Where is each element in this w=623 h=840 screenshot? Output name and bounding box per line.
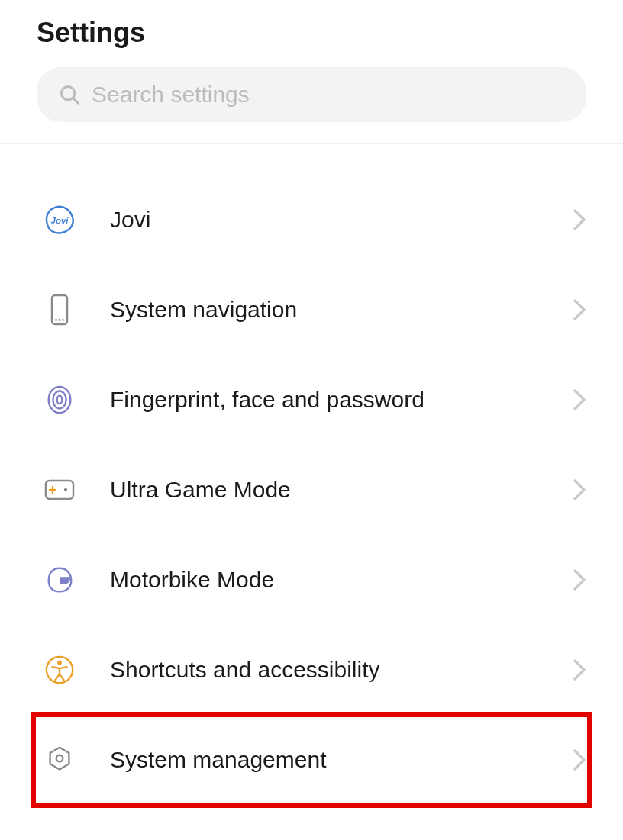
- settings-item-accessibility[interactable]: Shortcuts and accessibility: [0, 625, 623, 715]
- accessibility-icon: [43, 653, 76, 687]
- settings-item-label: Fingerprint, face and password: [110, 387, 573, 413]
- settings-item-motorbike-mode[interactable]: Motorbike Mode: [0, 535, 623, 625]
- page-title: Settings: [37, 17, 586, 49]
- chevron-right-icon: [573, 298, 586, 321]
- search-input[interactable]: Search settings: [37, 67, 586, 122]
- chevron-right-icon: [573, 568, 586, 591]
- settings-item-label: Ultra Game Mode: [110, 477, 573, 503]
- settings-list: Jovi Jovi System navigation: [0, 144, 623, 805]
- phone-icon: [43, 293, 76, 327]
- settings-item-label: System navigation: [110, 297, 573, 323]
- settings-item-jovi[interactable]: Jovi Jovi: [0, 175, 623, 265]
- svg-point-9: [57, 396, 63, 404]
- settings-item-label: Motorbike Mode: [110, 567, 573, 593]
- svg-point-13: [57, 661, 62, 665]
- settings-item-label: Jovi: [110, 207, 573, 233]
- header: Settings: [0, 0, 623, 67]
- gamepad-icon: [43, 473, 76, 507]
- gear-hex-icon: [43, 743, 76, 777]
- settings-item-system-management[interactable]: System management: [0, 715, 623, 805]
- chevron-right-icon: [573, 658, 586, 681]
- search-placeholder: Search settings: [92, 82, 250, 108]
- settings-item-label: Shortcuts and accessibility: [110, 657, 573, 683]
- svg-text:Jovi: Jovi: [51, 216, 69, 225]
- search-icon: [58, 83, 81, 106]
- svg-point-14: [56, 755, 63, 762]
- fingerprint-icon: [43, 383, 76, 417]
- chevron-right-icon: [573, 478, 586, 501]
- jovi-icon: Jovi: [43, 203, 76, 237]
- chevron-right-icon: [573, 388, 586, 411]
- svg-point-5: [59, 319, 61, 321]
- chevron-right-icon: [573, 208, 586, 231]
- search-container: Search settings: [0, 67, 623, 143]
- svg-point-4: [55, 319, 57, 321]
- svg-point-6: [62, 319, 64, 321]
- svg-point-11: [64, 488, 67, 491]
- chevron-right-icon: [573, 748, 586, 771]
- svg-line-1: [73, 98, 78, 103]
- settings-item-ultra-game-mode[interactable]: Ultra Game Mode: [0, 445, 623, 535]
- helmet-icon: [43, 563, 76, 597]
- settings-item-label: System management: [110, 747, 573, 773]
- svg-point-8: [53, 391, 66, 409]
- settings-item-fingerprint[interactable]: Fingerprint, face and password: [0, 355, 623, 445]
- settings-item-system-navigation[interactable]: System navigation: [0, 265, 623, 355]
